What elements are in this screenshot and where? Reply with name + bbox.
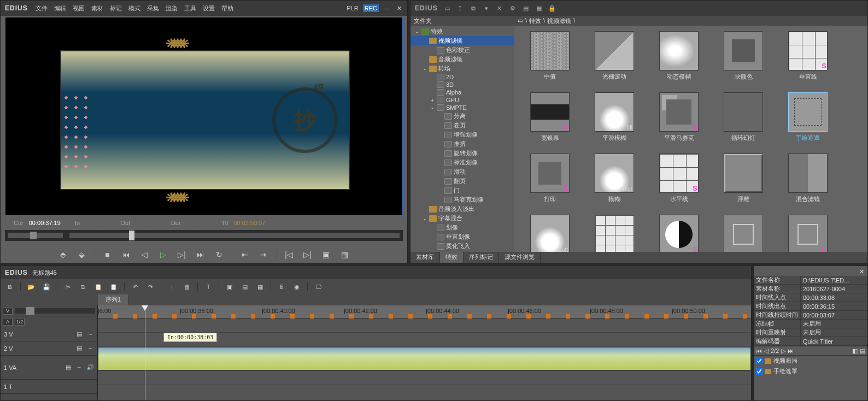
fx-tab[interactable]: 源文件浏览 (499, 252, 541, 263)
title-icon[interactable]: T (203, 282, 213, 292)
menu-编辑[interactable]: 编辑 (54, 5, 66, 11)
tool3-icon[interactable]: ▦ (255, 282, 265, 292)
pager-opt1[interactable]: ◧ (852, 347, 858, 355)
effect-item[interactable]: 光栅滚动 (584, 31, 644, 89)
timeline-area[interactable]: |6:00|00:00:38:00|00:00:40:00|00:00:42:0… (98, 305, 751, 400)
pager-opt2[interactable]: ▤ (860, 347, 865, 355)
rewind-button[interactable]: ⏮ (120, 249, 132, 261)
play-button[interactable]: ▷ (157, 249, 169, 261)
mark-in-button[interactable]: ⬘ (57, 249, 69, 261)
loop-button[interactable]: ↻ (213, 249, 225, 261)
tree-item[interactable]: +GPU (410, 96, 514, 104)
track-icon[interactable]: ▤ (75, 331, 83, 338)
fx-tab[interactable]: 特效 (440, 252, 464, 263)
pager-last[interactable]: ⏭ (788, 347, 794, 354)
tool2-icon[interactable]: ▤ (240, 282, 250, 292)
tree-item[interactable]: 翻页 (410, 176, 514, 186)
settings-icon[interactable]: ⚙ (509, 4, 517, 12)
track-header[interactable]: 1 T (1, 380, 97, 394)
new-icon[interactable]: 🗎 (5, 282, 15, 292)
next-edit-button[interactable]: ▷| (302, 249, 314, 261)
effect-item[interactable]: 循环幻灯 (713, 92, 773, 150)
track-icon[interactable]: 🔊 (86, 364, 94, 371)
view-icon[interactable]: ▤ (522, 4, 530, 12)
ffwd-button[interactable]: ⏭ (195, 249, 207, 261)
delete-icon[interactable]: ✕ (496, 4, 503, 12)
step-back-button[interactable]: ◁ (139, 249, 151, 261)
tree-item[interactable]: 柔化飞入 (410, 241, 514, 251)
menu-渲染[interactable]: 渲染 (166, 5, 178, 11)
effect-item[interactable]: S平滑马赛克 (649, 92, 709, 150)
up-icon[interactable]: ↥ (456, 4, 464, 12)
delete-icon[interactable]: 🗑 (182, 282, 192, 292)
insert-button[interactable]: ▣ (320, 249, 332, 261)
timeline-track[interactable] (98, 371, 751, 385)
timeline-track[interactable] (98, 319, 751, 333)
effect-item[interactable]: S稳定器和果冻... (778, 215, 838, 252)
dropdown-icon[interactable]: ▾ (483, 4, 490, 12)
copy-icon[interactable]: ⧉ (78, 282, 88, 292)
info-checkbox[interactable]: 手绘遮罩 (754, 366, 867, 376)
effect-item[interactable]: Blur模糊 (584, 154, 644, 211)
tree-item[interactable]: Alpha (410, 89, 514, 96)
scrub-bar[interactable] (5, 230, 403, 241)
paste-icon[interactable]: 📋 (93, 282, 103, 292)
cut-icon[interactable]: ✂ (63, 282, 73, 292)
tree-item[interactable]: -转场 (410, 64, 514, 73)
goto-out-button[interactable]: ⇥ (257, 249, 269, 261)
effects-tree[interactable]: -特效视频滤镜色彩校正音频滤镜-转场2D3DAlpha+GPU-SMPTE分离卷… (410, 26, 514, 252)
effects-grid[interactable]: 中值光栅滚动动态模糊块颜色S垂直线S宽银幕Hi平滑模糊S平滑马赛克循环幻灯手绘遮… (514, 26, 867, 252)
effect-item[interactable]: 混合滤镜 (778, 154, 838, 211)
info-close-button[interactable]: ✕ (859, 268, 864, 275)
timeline-track[interactable] (98, 347, 751, 371)
effect-item[interactable]: S移除Alpha通道 (649, 215, 709, 252)
position-slider[interactable] (69, 233, 400, 238)
tree-item[interactable]: 音频滤镜 (410, 55, 514, 64)
tree-item[interactable]: 卷页 (410, 121, 514, 130)
tree-item[interactable]: 滑动 (410, 167, 514, 176)
tree-item[interactable]: 标准划像 (410, 158, 514, 167)
track-header[interactable]: 2 V▤~ (1, 341, 97, 356)
tree-item[interactable]: 2D (410, 73, 514, 81)
split-icon[interactable]: ⟊ (167, 282, 177, 292)
tool1-icon[interactable]: ▣ (225, 282, 234, 292)
pager-next[interactable]: ▷ (781, 347, 785, 355)
preview-viewport[interactable]: ❋❋❋❋❋ 锦鲤 抄 ❋❋❋❋❋ (5, 17, 403, 216)
zoom-slider[interactable] (8, 233, 63, 238)
tree-icon[interactable]: ⧉ (470, 4, 477, 12)
menu-采集[interactable]: 采集 (147, 5, 159, 11)
overwrite-button[interactable]: ▦ (339, 249, 351, 261)
tree-item[interactable]: 垂直划像 (410, 232, 514, 241)
playhead[interactable] (145, 305, 145, 400)
menu-工具[interactable]: 工具 (184, 5, 196, 11)
open-icon[interactable]: 📂 (26, 282, 36, 292)
tree-item[interactable]: 推挤 (410, 139, 514, 149)
paste2-icon[interactable]: 📋 (109, 282, 119, 292)
sequence-tab[interactable]: 序列1 (98, 294, 129, 305)
track-icon[interactable]: ~ (86, 345, 94, 352)
audio-toggle[interactable]: A (3, 318, 13, 326)
tree-item[interactable]: 音频淡入淡出 (410, 204, 514, 214)
tree-item[interactable]: -字幕混合 (410, 214, 514, 223)
track-icon[interactable]: ~ (75, 364, 83, 371)
effect-item[interactable]: S水平线 (649, 154, 709, 211)
menu-模式[interactable]: 模式 (128, 5, 140, 11)
video-clip[interactable] (98, 347, 751, 370)
menu-文件[interactable]: 文件 (36, 5, 48, 11)
monitor-icon[interactable]: 🖵 (313, 282, 323, 292)
track-icon[interactable]: ▤ (64, 364, 72, 371)
tree-item[interactable]: 视频滤镜 (410, 36, 514, 45)
track-icon[interactable]: ▤ (75, 345, 83, 352)
goto-in-button[interactable]: ⇤ (239, 249, 251, 261)
menu-素材[interactable]: 素材 (91, 5, 103, 11)
folder-icon[interactable]: ▭ (443, 4, 451, 12)
tree-item[interactable]: 旋转划像 (410, 149, 514, 158)
effects-breadcrumb[interactable]: ▭ \特效 \视频滤镜\ (514, 16, 867, 26)
tree-item[interactable]: -SMPTE (410, 104, 514, 111)
track-header[interactable]: 3 V▤~ (1, 327, 97, 341)
menu-设置[interactable]: 设置 (203, 5, 215, 11)
video-toggle[interactable]: V (3, 307, 13, 315)
effect-item[interactable]: S打印 (520, 154, 580, 211)
tree-item[interactable]: 门 (410, 186, 514, 195)
effect-item[interactable]: Hi平滑模糊 (584, 92, 644, 150)
